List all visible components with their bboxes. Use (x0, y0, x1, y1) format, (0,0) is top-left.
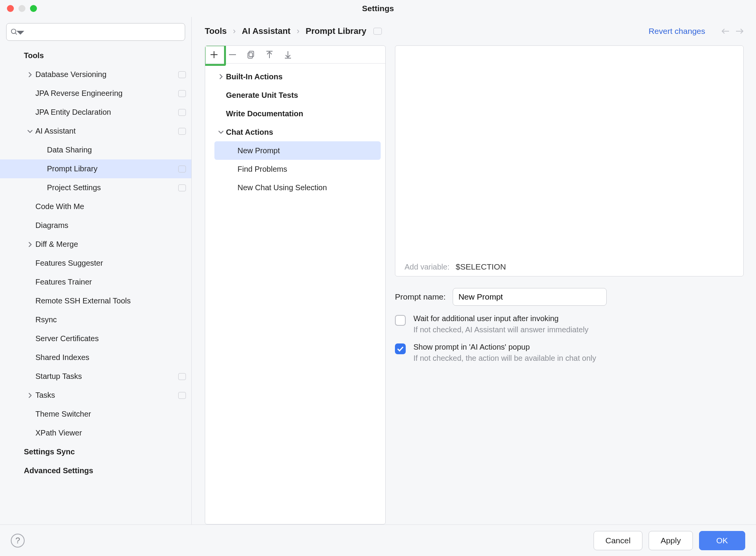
scope-badge-icon (373, 28, 382, 35)
sidebar-search-input[interactable] (27, 28, 181, 37)
sidebar-item[interactable]: Remote SSH External Tools (0, 291, 191, 310)
prompt-list-panel: Built-In ActionsGenerate Unit TestsWrite… (205, 45, 386, 524)
sidebar-item[interactable]: Features Trainer (0, 273, 191, 291)
breadcrumb-item[interactable]: Prompt Library (306, 26, 366, 36)
checkmark-icon (397, 346, 404, 352)
sidebar-item[interactable]: Rsync (0, 310, 191, 329)
prompt-tree-item[interactable]: New Chat Using Selection (205, 178, 385, 197)
sidebar-item[interactable]: Server Certificates (0, 329, 191, 348)
sidebar-item-label: Tools (24, 51, 186, 60)
sidebar-item-label: AI Assistant (35, 127, 178, 136)
sidebar-item-label: Features Trainer (35, 278, 186, 286)
prompt-tree-label: Chat Actions (226, 128, 273, 137)
breadcrumb-separator: › (233, 26, 236, 36)
sidebar-item[interactable]: Code With Me (0, 197, 191, 216)
minus-icon (228, 50, 237, 59)
forward-icon[interactable] (735, 28, 744, 35)
prompt-tree-label: Write Documentation (226, 109, 303, 118)
move-up-button[interactable] (264, 49, 275, 60)
sidebar-item[interactable]: XPath Viewer (0, 424, 191, 442)
prompt-editor[interactable]: Add variable: $SELECTION (395, 45, 744, 276)
help-button[interactable]: ? (11, 534, 25, 548)
chevron-icon (25, 72, 35, 77)
sidebar-item[interactable]: Diff & Merge (0, 235, 191, 254)
show-in-popup-hint: If not checked, the action will be avail… (413, 354, 596, 363)
sidebar-item[interactable]: Diagrams (0, 216, 191, 235)
selection-variable-button[interactable]: $SELECTION (456, 262, 506, 271)
sidebar-item[interactable]: Features Suggester (0, 254, 191, 273)
sidebar-item[interactable]: Settings Sync (0, 442, 191, 461)
dialog-footer: ? Cancel Apply OK (0, 524, 756, 556)
breadcrumb-item[interactable]: AI Assistant (242, 26, 290, 36)
prompt-tree-label: Generate Unit Tests (226, 91, 298, 100)
sidebar-item[interactable]: Theme Switcher (0, 405, 191, 424)
sidebar-search[interactable] (6, 23, 185, 41)
prompt-tree-item[interactable]: New Prompt (214, 141, 381, 160)
chevron-icon (216, 74, 226, 79)
cancel-button[interactable]: Cancel (594, 531, 642, 550)
sidebar-item-label: Tasks (35, 391, 178, 400)
search-dropdown-icon (17, 29, 24, 37)
move-down-button[interactable] (282, 49, 294, 60)
sidebar-item-label: Project Settings (47, 183, 178, 192)
prompt-tree-item[interactable]: Chat Actions (205, 123, 385, 141)
close-window-button[interactable] (7, 5, 14, 12)
minimize-window-button[interactable] (18, 5, 25, 12)
scope-badge-icon (178, 71, 186, 78)
sidebar-item-label: Startup Tasks (35, 372, 178, 381)
show-in-popup-label[interactable]: Show prompt in 'AI Actions' popup (413, 343, 596, 352)
sidebar-item-label: Prompt Library (47, 164, 178, 173)
wait-checkbox[interactable] (395, 315, 406, 326)
show-in-popup-checkbox[interactable] (395, 343, 406, 354)
sidebar-item-label: Shared Indexes (35, 353, 186, 362)
prompt-tree-item[interactable]: Write Documentation (205, 104, 385, 123)
sidebar-item-label: Diagrams (35, 221, 186, 230)
arrow-up-icon (266, 50, 273, 59)
prompt-tree: Built-In ActionsGenerate Unit TestsWrite… (205, 64, 385, 197)
prompt-tree-item[interactable]: Built-In Actions (205, 67, 385, 86)
sidebar-item[interactable]: Project Settings (0, 178, 191, 197)
sidebar-item[interactable]: AI Assistant (0, 122, 191, 141)
back-icon[interactable] (721, 28, 730, 35)
plus-icon (210, 50, 218, 59)
settings-sidebar: ToolsDatabase VersioningJPA Reverse Engi… (0, 17, 192, 524)
prompt-tree-label: New Prompt (238, 146, 280, 155)
apply-button[interactable]: Apply (649, 531, 693, 550)
prompt-name-input[interactable] (453, 288, 607, 306)
prompt-tree-label: Built-In Actions (226, 72, 283, 81)
sidebar-item[interactable]: Advanced Settings (0, 461, 191, 480)
revert-changes-link[interactable]: Revert changes (649, 27, 705, 36)
ok-button[interactable]: OK (699, 531, 745, 550)
sidebar-item[interactable]: Data Sharing (0, 141, 191, 159)
sidebar-item-label: Server Certificates (35, 334, 186, 343)
titlebar: Settings (0, 0, 756, 17)
sidebar-item-label: XPath Viewer (35, 429, 186, 437)
sidebar-item[interactable]: Shared Indexes (0, 348, 191, 367)
sidebar-item-label: Advanced Settings (24, 466, 186, 475)
wait-checkbox-label[interactable]: Wait for additional user input after inv… (413, 314, 589, 323)
wait-checkbox-hint: If not checked, AI Assistant will answer… (413, 325, 589, 334)
sidebar-item[interactable]: Database Versioning (0, 65, 191, 84)
sidebar-item[interactable]: Prompt Library (0, 159, 191, 178)
svg-point-0 (12, 29, 16, 34)
breadcrumb-separator: › (297, 26, 299, 36)
sidebar-item-label: Features Suggester (35, 259, 186, 268)
prompt-tree-label: Find Problems (238, 165, 287, 174)
sidebar-item[interactable]: Startup Tasks (0, 367, 191, 386)
window-title: Settings (362, 4, 394, 13)
copy-prompt-button[interactable] (245, 49, 257, 60)
add-prompt-button[interactable] (208, 49, 220, 60)
sidebar-item[interactable]: Tasks (0, 386, 191, 405)
sidebar-item[interactable]: JPA Reverse Engineering (0, 84, 191, 103)
scope-badge-icon (178, 392, 186, 399)
maximize-window-button[interactable] (30, 5, 37, 12)
remove-prompt-button[interactable] (227, 49, 238, 60)
prompt-tree-item[interactable]: Find Problems (205, 160, 385, 178)
prompt-tree-item[interactable]: Generate Unit Tests (205, 86, 385, 104)
breadcrumb-item[interactable]: Tools (205, 26, 227, 36)
chevron-icon (25, 129, 35, 134)
sidebar-item-label: Remote SSH External Tools (35, 296, 186, 305)
sidebar-item[interactable]: JPA Entity Declaration (0, 103, 191, 122)
sidebar-item[interactable]: Tools (0, 46, 191, 65)
sidebar-item-label: JPA Entity Declaration (35, 108, 178, 117)
